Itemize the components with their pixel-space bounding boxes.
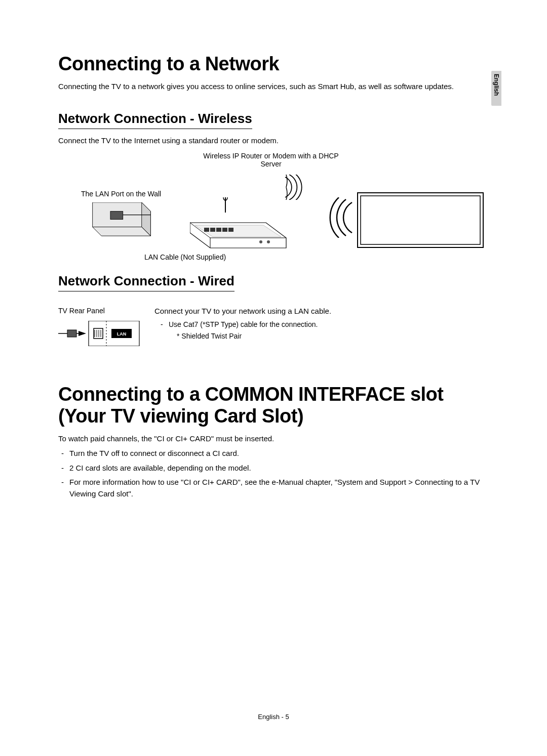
svg-rect-6 — [222, 228, 227, 232]
svg-rect-0 — [110, 212, 123, 220]
wired-diagram: TV Rear Panel LAN — [58, 307, 149, 348]
svg-rect-7 — [228, 228, 233, 232]
svg-point-8 — [259, 240, 262, 243]
svg-rect-18 — [67, 330, 76, 337]
heading-connecting-network: Connecting to a Network — [58, 53, 489, 75]
wall-port-label: The LAN Port on the Wall — [81, 190, 161, 198]
lan-badge-text: LAN — [117, 331, 127, 337]
wired-bullet-cat7: Use Cat7 (*STP Type) cable for the conne… — [161, 319, 489, 330]
svg-rect-5 — [216, 228, 221, 232]
ci-bullet-1: Turn the TV off to connect or disconnect… — [58, 448, 489, 459]
ci-bullet-3: For more information how to use "CI or C… — [58, 477, 489, 499]
common-interface-section: Connecting to a COMMON INTERFACE slot (Y… — [58, 384, 489, 499]
wifi-waves-left-icon — [327, 197, 357, 238]
lan-cable-label: LAN Cable (Not Supplied) — [144, 253, 226, 261]
wifi-waves-right-icon — [281, 175, 306, 200]
ci-bullet-2: 2 CI card slots are available, depending… — [58, 463, 489, 474]
rear-panel-label: TV Rear Panel — [58, 307, 149, 315]
page-content: Connecting to a Network Connecting the T… — [0, 0, 547, 499]
wired-stp-note: * Shielded Twist Pair — [154, 332, 489, 340]
page-footer: English - 5 — [0, 713, 547, 721]
wireless-diagram: Wireless IP Router or Modem with a DHCP … — [58, 152, 489, 263]
ci-intro-text: To watch paid channels, the "CI or CI+ C… — [58, 434, 489, 443]
svg-marker-17 — [79, 331, 86, 336]
router-label: Wireless IP Router or Modem with a DHCP … — [200, 152, 342, 168]
heading-wireless: Network Connection - Wireless — [58, 111, 252, 129]
wired-section: Network Connection - Wired TV Rear Panel… — [58, 273, 489, 348]
network-intro-text: Connecting the TV to a network gives you… — [58, 82, 489, 91]
svg-rect-11 — [361, 196, 480, 244]
svg-rect-3 — [204, 228, 209, 232]
tv-icon — [357, 192, 484, 248]
wall-port-icon — [89, 202, 154, 240]
svg-point-9 — [267, 240, 270, 243]
wired-text-block: Connect your TV to your network using a … — [149, 307, 489, 348]
heading-common-interface: Connecting to a COMMON INTERFACE slot (Y… — [58, 384, 489, 427]
router-icon — [190, 197, 301, 253]
wireless-intro-text: Connect the TV to the Internet using a s… — [58, 136, 489, 145]
svg-rect-4 — [210, 228, 215, 232]
language-tab: English — [491, 71, 501, 106]
rear-panel-icon: LAN — [58, 321, 144, 346]
wired-main-text: Connect your TV to your network using a … — [154, 307, 489, 315]
heading-wired: Network Connection - Wired — [58, 273, 235, 291]
